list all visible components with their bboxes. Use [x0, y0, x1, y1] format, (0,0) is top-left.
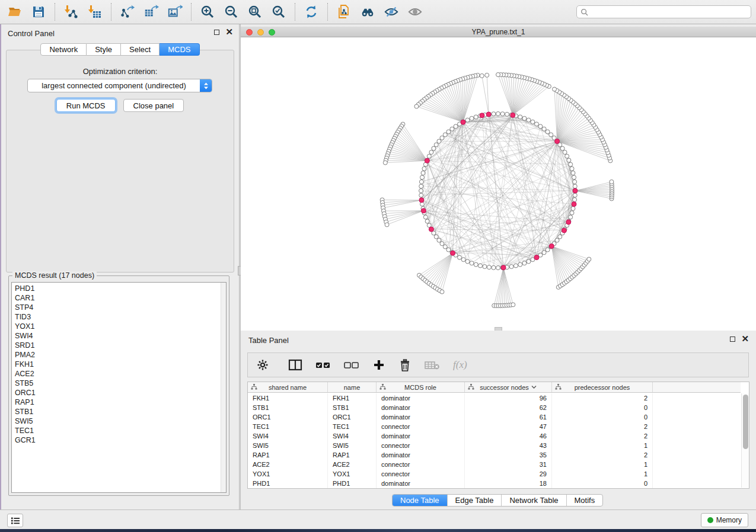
- table-row[interactable]: TEC1TEC1connector472: [248, 422, 741, 431]
- hide-selected-icon[interactable]: [384, 4, 399, 20]
- search-input[interactable]: [591, 7, 747, 17]
- show-columns-icon[interactable]: [288, 358, 302, 372]
- table-cell: 1: [552, 469, 653, 479]
- table-cell: connector: [377, 460, 465, 469]
- tab-select[interactable]: Select: [121, 43, 160, 56]
- float-panel-icon[interactable]: [214, 30, 219, 35]
- tab-edge-table[interactable]: Edge Table: [447, 495, 502, 506]
- column-header-predecessor-nodes[interactable]: predecessor nodes: [552, 382, 653, 392]
- mcds-result-list[interactable]: PHD1CAR1STP4TID3YOX1SWI4SRD1PMA2FKH1ACE2…: [11, 282, 227, 493]
- tab-motifs[interactable]: Motifs: [566, 495, 603, 506]
- refresh-layout-icon[interactable]: [304, 4, 319, 20]
- tab-node-table[interactable]: Node Table: [393, 495, 447, 506]
- criterion-dropdown[interactable]: largest connected component (undirected): [27, 79, 212, 92]
- mcds-result-item[interactable]: YOX1: [15, 322, 226, 331]
- close-panel-icon[interactable]: ✕: [225, 29, 233, 35]
- mcds-result-item[interactable]: FKH1: [15, 360, 226, 369]
- desktop-edge-bottom: [0, 529, 756, 532]
- table-row[interactable]: YOX1YOX1connector291: [248, 469, 741, 479]
- mcds-result-item[interactable]: SWI4: [15, 331, 226, 341]
- new-network-from-selection-icon[interactable]: [336, 4, 352, 20]
- zoom-in-icon[interactable]: [200, 4, 215, 20]
- tab-network[interactable]: Network: [40, 43, 87, 56]
- column-header-filler: [653, 382, 741, 392]
- table-cell: 0: [552, 479, 653, 488]
- zoom-fit-icon[interactable]: [247, 4, 263, 20]
- mcds-result-item[interactable]: TID3: [15, 312, 226, 322]
- mcds-result-item[interactable]: SWI5: [15, 416, 226, 426]
- column-header-name[interactable]: name: [328, 382, 377, 392]
- table-row[interactable]: SWI5SWI5connector431: [248, 441, 741, 450]
- table-row[interactable]: ORC1ORC1dominator610: [248, 412, 741, 422]
- zoom-selected-icon[interactable]: [271, 4, 286, 20]
- mcds-result-item[interactable]: CAR1: [15, 293, 226, 303]
- list-menu-icon: [11, 517, 20, 525]
- table-cell: 2: [552, 393, 653, 403]
- control-panel-tabs: Network Style Select MCDS: [1, 43, 239, 56]
- table-scrollbar[interactable]: [741, 393, 749, 488]
- mcds-result-item[interactable]: PHD1: [15, 284, 226, 293]
- table-row[interactable]: FKH1FKH1dominator962: [248, 393, 741, 403]
- mcds-result-item[interactable]: TEC1: [15, 426, 226, 435]
- export-network-icon[interactable]: [120, 4, 135, 20]
- mcds-result-item[interactable]: STP4: [15, 303, 226, 312]
- mcds-result-item[interactable]: SRD1: [15, 341, 226, 350]
- table-row[interactable]: STB1STB1dominator620: [248, 403, 741, 412]
- table-cell: YOX1: [328, 469, 377, 479]
- tab-network-table[interactable]: Network Table: [501, 495, 566, 506]
- status-menu-button[interactable]: [7, 514, 23, 527]
- mcds-result-item[interactable]: STB5: [15, 379, 226, 388]
- table-cell: 96: [465, 393, 552, 403]
- mcds-result-item[interactable]: STB1: [15, 407, 226, 416]
- mcds-result-item[interactable]: PMA2: [15, 350, 226, 360]
- export-image-icon[interactable]: [167, 4, 183, 20]
- float-table-panel-icon[interactable]: [730, 336, 735, 342]
- table-row[interactable]: PHD1PHD1dominator180: [248, 479, 741, 488]
- open-file-icon[interactable]: [7, 4, 23, 20]
- column-header-mcds-role[interactable]: MCDS role: [377, 382, 465, 392]
- table-cell: dominator: [377, 479, 465, 488]
- memory-status-icon: [707, 517, 713, 523]
- table-cell: dominator: [377, 403, 465, 412]
- export-table-icon[interactable]: [143, 4, 159, 20]
- table-cell: TEC1: [328, 422, 377, 431]
- table-settings-gear-icon[interactable]: [256, 358, 269, 372]
- close-panel-button[interactable]: Close panel: [123, 99, 184, 112]
- select-all-icon[interactable]: [315, 358, 331, 372]
- close-table-panel-icon[interactable]: ✕: [741, 336, 749, 342]
- network-title: YPA_prune.txt_1: [241, 28, 756, 36]
- mcds-result-item[interactable]: ACE2: [15, 369, 226, 379]
- sort-chevron-icon: [531, 385, 537, 389]
- tab-style[interactable]: Style: [87, 43, 121, 56]
- network-canvas[interactable]: [241, 37, 756, 331]
- zoom-out-icon[interactable]: [224, 4, 239, 20]
- column-header-shared-name[interactable]: shared name: [248, 382, 328, 392]
- memory-button[interactable]: Memory: [701, 513, 748, 527]
- table-cell: ACE2: [328, 460, 377, 469]
- mcds-result-item[interactable]: ORC1: [15, 388, 226, 398]
- import-network-icon[interactable]: [63, 4, 79, 20]
- table-cell: 1: [552, 441, 653, 450]
- mcds-result-item[interactable]: RAP1: [15, 398, 226, 407]
- mcds-result-item[interactable]: GCR1: [15, 435, 226, 445]
- network-titlebar[interactable]: YPA_prune.txt_1: [241, 27, 756, 37]
- add-column-icon[interactable]: [372, 358, 385, 372]
- table-scrollbar-thumb[interactable]: [743, 395, 748, 449]
- table-cell: FKH1: [328, 393, 377, 403]
- first-neighbors-icon[interactable]: [360, 4, 375, 20]
- show-all-icon[interactable]: [407, 4, 423, 20]
- delete-column-icon[interactable]: [398, 358, 412, 372]
- node-table: shared name name MCDS role successor nod…: [247, 382, 749, 489]
- column-header-successor-nodes[interactable]: successor nodes: [465, 382, 552, 392]
- search-box[interactable]: [576, 5, 751, 18]
- run-mcds-button[interactable]: Run MCDS: [56, 99, 116, 112]
- optimization-criterion-label: Optimization criterion:: [1, 67, 239, 76]
- table-row[interactable]: ACE2ACE2connector311: [248, 460, 741, 469]
- save-session-icon[interactable]: [31, 4, 46, 20]
- import-table-icon[interactable]: [87, 4, 103, 20]
- tab-mcds[interactable]: MCDS: [160, 43, 199, 56]
- table-row[interactable]: SWI4SWI4dominator462: [248, 431, 741, 441]
- mcds-result-scrollbar[interactable]: [221, 283, 226, 492]
- deselect-all-icon[interactable]: [344, 358, 359, 372]
- table-row[interactable]: RAP1RAP1dominator352: [248, 450, 741, 460]
